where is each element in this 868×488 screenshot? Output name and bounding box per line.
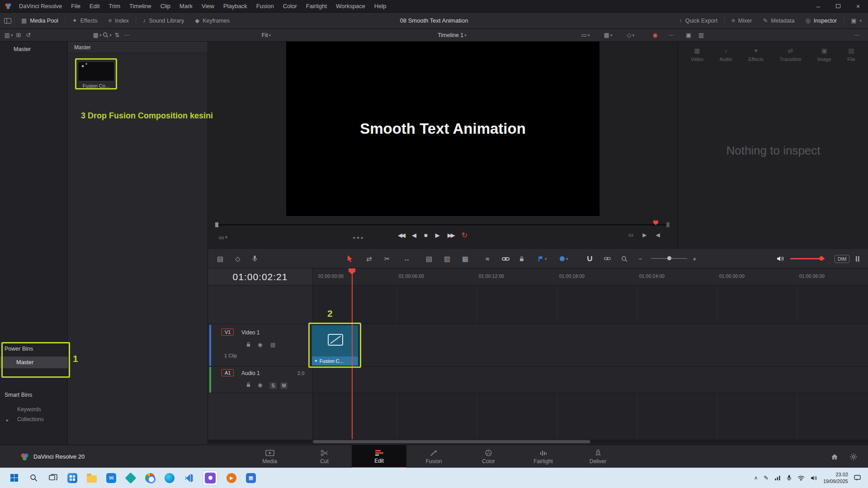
replace-clip-icon[interactable]: ▦ — [462, 249, 468, 268]
stop-button[interactable]: ■ — [424, 232, 428, 239]
mixer-bars-icon[interactable] — [855, 249, 860, 268]
voiceover-mic-icon[interactable] — [252, 249, 257, 268]
monitor-volume-thumb[interactable] — [819, 256, 824, 261]
calculator-icon[interactable]: ▦ — [245, 472, 257, 484]
tray-chevron-up-icon[interactable]: ∧ — [754, 475, 758, 481]
screen-recorder-icon-active[interactable] — [203, 470, 218, 486]
audio-track-destination-button[interactable]: A1 — [222, 369, 234, 376]
timeline-scrollbar-thumb[interactable] — [313, 440, 590, 443]
page-tab-cut[interactable]: Cut — [297, 445, 352, 468]
position-lock-icon[interactable] — [519, 249, 524, 268]
link-icon[interactable] — [502, 249, 509, 268]
scrub-left-handle[interactable] — [215, 222, 218, 227]
timeline-ruler[interactable] — [313, 268, 868, 286]
vscode-icon[interactable] — [183, 472, 195, 484]
razor-tool-icon[interactable]: ✂ — [384, 249, 390, 268]
power-bins-label[interactable]: Power Bins — [5, 346, 33, 352]
chevron-right-icon[interactable]: ▸ — [6, 418, 9, 422]
smart-bins-label[interactable]: Smart Bins — [5, 392, 32, 398]
file-explorer-icon[interactable] — [86, 472, 98, 484]
dim-button[interactable]: DIM — [835, 249, 849, 268]
pool-options-icon[interactable]: ⋯ — [122, 30, 132, 40]
menu-fairlight[interactable]: Fairlight — [302, 0, 331, 12]
multicam-select[interactable]: ▦ ▾ — [603, 30, 613, 40]
tray-signal-icon[interactable] — [774, 475, 781, 481]
zoom-slider-thumb[interactable] — [667, 256, 671, 260]
viewer-options-icon[interactable]: ⋯ — [666, 30, 676, 40]
video-auto-select-icon[interactable]: ◉ — [258, 342, 262, 348]
inspector-options-icon[interactable]: ⋯ — [852, 30, 862, 40]
timeline-view-options-icon[interactable]: ▤ — [217, 249, 223, 268]
lut-icon[interactable]: ▥ — [696, 30, 706, 40]
menu-timeline[interactable]: Timeline — [125, 0, 156, 12]
video-enable-icon[interactable]: ▤ — [270, 342, 275, 348]
page-tab-fusion[interactable]: Fusion — [406, 445, 461, 468]
flag-clip-icon[interactable]: ◇ — [235, 249, 241, 268]
trim-edit-mode-icon[interactable]: ⇄ — [366, 249, 372, 268]
loop-button[interactable]: ↻ — [462, 231, 467, 239]
video-track-lock-icon[interactable] — [246, 342, 251, 347]
index-button[interactable]: ≡ Index — [103, 13, 134, 28]
page-tab-edit[interactable]: Edit — [352, 445, 406, 468]
minimize-button[interactable]: – — [808, 0, 828, 12]
goto-start-button[interactable]: ◀◀ — [398, 232, 404, 239]
clone-tool-icon[interactable]: ⊞ — [14, 30, 24, 40]
smart-bin-collections[interactable]: Collections — [17, 416, 44, 422]
zoom-tool-icon[interactable] — [621, 249, 627, 268]
menu-edit[interactable]: Edit — [85, 0, 104, 12]
mixer-button[interactable]: ≡ Mixer — [726, 13, 757, 28]
audio-mute-button[interactable]: M — [280, 382, 288, 389]
inspector-tab-audio[interactable]: ♪ Audio — [720, 47, 732, 62]
sync-bin-icon[interactable]: ↺ — [24, 30, 33, 40]
chrome-icon[interactable] — [144, 472, 156, 484]
smart-bin-keywords[interactable]: Keywords — [17, 406, 41, 413]
mail-app-icon[interactable]: ✉ — [105, 472, 117, 484]
goto-in-icon[interactable]: ▶ — [642, 232, 646, 238]
home-button[interactable] — [831, 454, 838, 460]
maximize-button[interactable] — [828, 0, 848, 12]
inspector-button[interactable]: ◎ Inspector — [800, 13, 842, 28]
menu-file[interactable]: File — [66, 0, 85, 12]
video-track-destination-button[interactable]: V1 — [222, 328, 234, 336]
marker-button[interactable]: ▾ — [560, 249, 568, 268]
page-tab-color[interactable]: Color — [461, 445, 516, 468]
inspector-tab-video[interactable]: ▦ Video — [691, 47, 703, 62]
sound-library-button[interactable]: ♪ Sound Library — [137, 13, 189, 28]
audio-solo-button[interactable]: S — [269, 382, 277, 389]
inspector-tab-image[interactable]: ▣ Image — [817, 47, 831, 62]
media-pool-clip-thumbnail[interactable]: ✦ ✦ — [78, 61, 114, 81]
bin-master[interactable]: Master — [14, 46, 31, 52]
tray-wifi-icon[interactable] — [797, 475, 805, 481]
menu-help[interactable]: Help — [370, 0, 391, 12]
edge-icon[interactable] — [164, 472, 175, 484]
menu-mark[interactable]: Mark — [175, 0, 197, 12]
close-button[interactable]: × — [848, 0, 868, 12]
store-app-icon[interactable] — [125, 472, 137, 484]
page-tab-fairlight[interactable]: Fairlight — [516, 445, 571, 468]
taskbar-search-icon[interactable] — [28, 472, 39, 484]
audio-track-name[interactable]: Audio 1 — [241, 370, 260, 376]
keyframes-button[interactable]: ◆ Keyframes — [189, 13, 235, 28]
workspace-layout-button[interactable]: ▣ ▾ — [845, 13, 868, 28]
bin-view-button[interactable]: ▥ ▾ — [4, 30, 14, 40]
notification-center-icon[interactable] — [854, 475, 861, 481]
match-frame-icon[interactable]: ▭ — [628, 232, 633, 238]
inspector-tab-transition[interactable]: ⇄ Transition — [779, 47, 801, 62]
tray-mic-icon[interactable] — [787, 475, 792, 481]
metadata-button[interactable]: ✎ Metadata — [757, 13, 800, 28]
media-pool-clip-name[interactable]: Fusion Co... — [75, 83, 117, 89]
gallery-icon[interactable]: ▣ — [684, 30, 693, 40]
linked-selection-icon[interactable] — [604, 249, 611, 268]
play-button[interactable]: ▶ — [435, 232, 440, 239]
timeline-playhead-timecode[interactable]: 01:00:02:21 — [208, 268, 313, 286]
timeline-scrollbar-track[interactable] — [208, 440, 868, 444]
inspector-tab-effects[interactable]: ✦ Effects — [748, 47, 763, 62]
goto-end-button[interactable]: ▶▶ — [448, 232, 454, 239]
timeline-selector[interactable]: Timeline 1 ▾ — [425, 30, 479, 40]
selection-tool-icon[interactable] — [347, 249, 353, 268]
panel-toggle-icon[interactable] — [3, 16, 13, 26]
zoom-out-button[interactable]: − — [638, 249, 642, 268]
viewer-overlay-select[interactable]: ▭ ▾ — [580, 30, 590, 40]
search-button[interactable]: ▾ — [102, 30, 112, 40]
menu-davinci-resolve[interactable]: DaVinci Resolve — [14, 0, 66, 12]
